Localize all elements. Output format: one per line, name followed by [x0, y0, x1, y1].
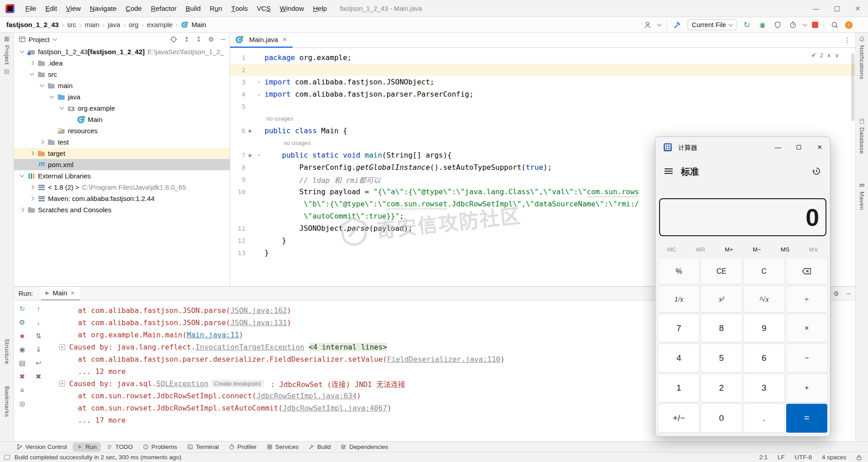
stack-frame-link[interactable]: JdbcRowSetImpl.java:4067: [283, 404, 387, 412]
calc-key-1x[interactable]: 1/x: [658, 286, 699, 313]
debug-icon[interactable]: [757, 20, 767, 30]
settings-icon[interactable]: ⚙: [19, 319, 25, 326]
hide-panel-icon[interactable]: ─: [846, 290, 851, 297]
prev-problem-icon[interactable]: ∧: [827, 52, 831, 59]
calc-key-1[interactable]: 1: [658, 374, 699, 402]
plus-icon[interactable]: +: [59, 344, 65, 350]
minimize-icon[interactable]: —: [806, 0, 826, 17]
lock-icon[interactable]: [856, 454, 862, 461]
line-ending[interactable]: LF: [778, 454, 785, 461]
editor-scrollbar[interactable]: [851, 53, 854, 121]
chevron-down-icon[interactable]: [657, 22, 662, 27]
calc-key-5[interactable]: 5: [701, 344, 742, 372]
close-icon[interactable]: ✖: [19, 373, 25, 380]
minimize-icon[interactable]: —: [768, 137, 788, 158]
tree-item-java[interactable]: java: [14, 91, 230, 103]
sidebar-item-project[interactable]: ▦ Project ▨: [0, 35, 14, 75]
calc-key-9[interactable]: 9: [744, 314, 785, 342]
expand-all-icon[interactable]: ↥: [184, 36, 189, 43]
memory-m∨[interactable]: M∨: [809, 246, 818, 253]
calc-key-4[interactable]: 4: [658, 344, 699, 372]
memory-m+[interactable]: M+: [725, 246, 733, 253]
close-icon[interactable]: ✕: [847, 0, 868, 17]
maximize-icon[interactable]: [788, 137, 809, 158]
scroll-to-end-icon[interactable]: ⇓: [36, 346, 42, 353]
sidebar-item-database[interactable]: Database: [856, 118, 868, 154]
sidebar-item-notifications[interactable]: Notifications: [856, 36, 868, 79]
tree-item-maven-com-alibaba-fastjson-1-2-44[interactable]: Maven: com.alibaba:fastjson:1.2.44: [14, 193, 230, 204]
memory-mc[interactable]: MC: [667, 246, 676, 253]
menu-item-vcs[interactable]: VCS: [252, 0, 275, 17]
breadcrumb-item[interactable]: fastjson_1_2_43: [6, 21, 59, 28]
tool-window-button-todo[interactable]: TODO: [103, 443, 137, 452]
hide-panel-icon[interactable]: ─: [221, 36, 225, 43]
sort-icon[interactable]: ⇅: [36, 332, 42, 339]
settings-icon[interactable]: ⚙: [834, 290, 840, 297]
chevron-right-icon[interactable]: [20, 208, 24, 212]
file-encoding[interactable]: UTF-8: [795, 454, 812, 461]
tree-item-target[interactable]: target: [14, 148, 230, 159]
calc-key-8[interactable]: 8: [701, 314, 742, 342]
calc-key-7[interactable]: 7: [658, 314, 699, 342]
locate-file-icon[interactable]: [170, 36, 177, 43]
close-icon[interactable]: ✕: [809, 137, 830, 158]
stack-frame-link[interactable]: JSON.java:131: [230, 318, 287, 327]
calc-key-CE[interactable]: CE: [701, 258, 742, 285]
next-problem-icon[interactable]: ∨: [835, 52, 839, 59]
chevron-down-icon[interactable]: [52, 37, 57, 41]
tool-window-button-profiler[interactable]: Profiler: [225, 443, 261, 452]
build-hammer-icon[interactable]: [672, 20, 682, 30]
close-icon[interactable]: ✕: [282, 36, 287, 43]
calc-key-x[interactable]: x²: [701, 286, 742, 313]
run-configuration-dropdown[interactable]: Current File: [688, 19, 736, 30]
collapse-all-icon[interactable]: ↧: [196, 36, 202, 43]
chevron-down-icon[interactable]: [803, 22, 807, 27]
tool-window-button-terminal[interactable]: Terminal: [183, 443, 223, 452]
clear-icon[interactable]: ✖: [36, 373, 42, 380]
print-icon[interactable]: ▤: [19, 359, 25, 366]
breadcrumb-item[interactable]: src: [67, 21, 76, 28]
profiler-icon[interactable]: [788, 20, 798, 30]
breadcrumb-item[interactable]: java: [108, 21, 120, 28]
settings-icon[interactable]: ⚙: [208, 36, 214, 43]
calc-key-sym[interactable]: −: [786, 344, 827, 372]
status-message[interactable]: Build completed successfully in 2 sec, 3…: [14, 454, 181, 461]
maximize-icon[interactable]: [826, 0, 847, 17]
indent-setting[interactable]: 4 spaces: [822, 454, 846, 461]
menu-item-refactor[interactable]: Refactor: [146, 0, 181, 17]
stop-icon[interactable]: ■: [20, 332, 24, 339]
tool-window-switcher-icon[interactable]: [4, 455, 10, 460]
tree-item-pom-xml[interactable]: pom.xml: [14, 159, 230, 170]
stack-frame-link[interactable]: SQLException: [156, 379, 209, 388]
tool-window-button-dependencies[interactable]: Dependencies: [336, 443, 392, 452]
stack-frame-link[interactable]: InvocationTargetException: [195, 343, 304, 351]
dump-threads-icon[interactable]: ◉: [19, 346, 25, 353]
chevron-right-icon[interactable]: [30, 151, 34, 156]
stack-frame-link[interactable]: Main.java:11: [187, 331, 239, 339]
chevron-down-icon[interactable]: [40, 83, 44, 87]
menu-item-edit[interactable]: Edit: [41, 0, 61, 17]
expand-icon[interactable]: +: [59, 381, 69, 387]
fold-icon[interactable]: ▴: [255, 92, 263, 97]
run-tab-main[interactable]: ▶ Main ✕: [41, 287, 80, 300]
menu-item-navigate[interactable]: Navigate: [85, 0, 121, 17]
calc-key-sym[interactable]: %: [658, 258, 699, 285]
user-icon[interactable]: [642, 20, 652, 30]
calc-key-sym[interactable]: ×: [786, 314, 827, 342]
memory-m−[interactable]: M−: [753, 246, 761, 253]
soft-wrap-icon[interactable]: ↩: [36, 359, 42, 366]
calc-key-3[interactable]: 3: [744, 374, 785, 402]
tab-main-java[interactable]: Main.java ✕: [230, 33, 292, 48]
menu-item-run[interactable]: Run: [205, 0, 227, 17]
chevron-down-icon[interactable]: [20, 49, 24, 53]
calculator-title-bar[interactable]: 计算器 — ✕: [656, 137, 830, 158]
run-icon[interactable]: ↻: [742, 20, 752, 30]
tree-item--idea[interactable]: .idea: [14, 57, 230, 69]
tree-item-fastjson-1-2-43[interactable]: fastjson_1_2_43 [fastjson_1_2_42] E:\jav…: [14, 46, 230, 57]
tree-item-main[interactable]: main: [14, 80, 230, 91]
stop-icon[interactable]: [812, 22, 818, 28]
close-icon[interactable]: ✕: [71, 290, 75, 296]
menu-item-tools[interactable]: Tools: [226, 0, 252, 17]
plus-icon[interactable]: +: [59, 381, 65, 387]
calc-key-sym[interactable]: +: [786, 374, 827, 402]
